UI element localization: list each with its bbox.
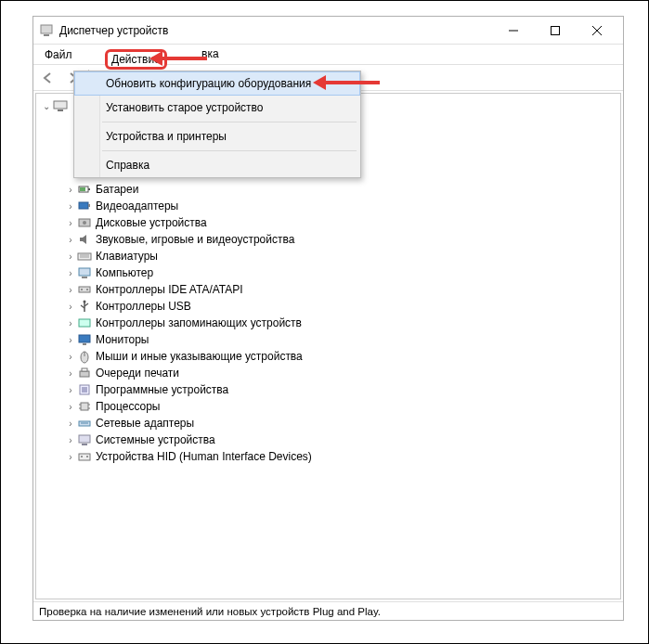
- computer-node-icon: [77, 265, 92, 280]
- svg-rect-41: [79, 435, 90, 443]
- battery-icon: [77, 182, 92, 197]
- mouse-icon: [77, 349, 92, 364]
- expand-icon[interactable]: ›: [64, 285, 77, 295]
- menu-add-legacy[interactable]: Установить старое устройство: [74, 96, 360, 120]
- svg-rect-25: [79, 319, 90, 327]
- svg-rect-43: [79, 454, 90, 460]
- tree-item-label: Сетевые адаптеры: [96, 417, 194, 430]
- tree-item-label: Контроллеры IDE ATA/ATAPI: [96, 283, 243, 296]
- svg-point-14: [83, 221, 86, 225]
- tree-item[interactable]: › Программные устройства: [38, 381, 618, 398]
- tree-item[interactable]: › Батареи: [38, 181, 618, 198]
- menu-item-label: Установить старое устройство: [106, 101, 264, 114]
- tree-item[interactable]: › Контроллеры запоминающих устройств: [38, 315, 618, 331]
- tree-item[interactable]: › Мониторы: [38, 331, 618, 348]
- close-button[interactable]: [576, 18, 617, 44]
- sound-icon: [77, 232, 92, 247]
- svg-point-21: [81, 289, 83, 290]
- disk-icon: [77, 215, 92, 230]
- expand-icon[interactable]: ›: [64, 318, 77, 328]
- tree-item[interactable]: › Контроллеры USB: [38, 298, 618, 315]
- tree-item[interactable]: › Звуковые, игровые и видеоустройства: [38, 231, 618, 248]
- ide-icon: [77, 282, 92, 297]
- monitor-icon: [77, 332, 92, 347]
- tree-item-label: Видеоадаптеры: [96, 200, 178, 213]
- usb-icon: [77, 299, 92, 314]
- storage-controller-icon: [77, 316, 92, 330]
- tree-item-label: Мыши и иные указывающие устройства: [96, 350, 303, 363]
- system-device-icon: [77, 432, 92, 447]
- svg-point-22: [86, 289, 88, 290]
- svg-rect-3: [551, 26, 559, 34]
- svg-rect-42: [82, 444, 87, 445]
- expand-icon[interactable]: ›: [64, 201, 77, 212]
- tree-item[interactable]: › Дисковые устройства: [38, 214, 618, 231]
- tree-item-label: Устройства HID (Human Interface Devices): [96, 450, 312, 463]
- tree-item[interactable]: › Системные устройства: [38, 431, 618, 448]
- expand-icon[interactable]: ›: [64, 402, 77, 412]
- maximize-button[interactable]: [534, 18, 576, 44]
- back-button[interactable]: [37, 68, 59, 88]
- svg-rect-9: [88, 188, 90, 190]
- svg-rect-0: [41, 25, 52, 33]
- status-text: Проверка на наличие изменений или новых …: [39, 606, 381, 617]
- processor-icon: [77, 399, 92, 414]
- menu-file[interactable]: Файл: [37, 46, 80, 63]
- tree-item[interactable]: › Очереди печати: [38, 365, 618, 381]
- expand-icon[interactable]: ›: [64, 368, 77, 379]
- expand-icon[interactable]: ›: [64, 268, 77, 278]
- svg-rect-20: [79, 287, 90, 292]
- menu-help[interactable]: Справка: [74, 153, 360, 177]
- expand-icon[interactable]: ›: [64, 235, 77, 245]
- minimize-button[interactable]: [492, 18, 534, 44]
- tree-item[interactable]: › Сетевые адаптеры: [38, 415, 618, 431]
- expand-icon[interactable]: ›: [64, 452, 77, 462]
- expand-icon[interactable]: ›: [64, 385, 77, 395]
- expand-icon[interactable]: ›: [64, 302, 77, 312]
- svg-point-45: [86, 456, 88, 457]
- expand-icon[interactable]: ›: [64, 435, 77, 445]
- computer-icon: [53, 98, 68, 113]
- tree-item[interactable]: › Процессоры: [38, 398, 618, 415]
- tree-item[interactable]: › Устройства HID (Human Interface Device…: [38, 448, 618, 465]
- menu-item-label: Устройства и принтеры: [106, 130, 227, 143]
- collapse-icon[interactable]: ⌄: [40, 101, 53, 111]
- network-icon: [77, 416, 92, 431]
- software-device-icon: [77, 382, 92, 397]
- tree-item-label: Звуковые, игровые и видеоустройства: [96, 233, 294, 246]
- tree-item-label: Дисковые устройства: [96, 216, 207, 229]
- tree-item-label: Контроллеры запоминающих устройств: [96, 316, 302, 329]
- svg-rect-34: [81, 403, 88, 410]
- tree-item[interactable]: › Мыши и иные указывающие устройства: [38, 348, 618, 365]
- keyboard-icon: [77, 249, 92, 264]
- svg-rect-7: [58, 109, 63, 111]
- svg-rect-10: [80, 187, 85, 191]
- expand-icon[interactable]: ›: [64, 352, 77, 362]
- expand-icon[interactable]: ›: [64, 185, 77, 195]
- tree-item[interactable]: › Компьютер: [38, 264, 618, 281]
- expand-icon[interactable]: ›: [64, 218, 77, 228]
- display-adapter-icon: [77, 199, 92, 213]
- app-icon: [39, 23, 54, 38]
- tree-item-label: Компьютер: [96, 266, 153, 279]
- tree-item-label: Процессоры: [96, 400, 161, 413]
- expand-icon[interactable]: ›: [64, 335, 77, 345]
- expand-icon[interactable]: ›: [64, 251, 77, 262]
- tree-item-label: Очереди печати: [96, 367, 179, 380]
- window-title: Диспетчер устройств: [59, 24, 168, 37]
- tree-item[interactable]: › Видеоадаптеры: [38, 198, 618, 214]
- svg-rect-27: [83, 343, 86, 345]
- tree-item-label: Контроллеры USB: [96, 300, 191, 313]
- svg-rect-26: [79, 335, 90, 342]
- tree-item[interactable]: › Контроллеры IDE ATA/ATAPI: [38, 281, 618, 298]
- svg-rect-11: [79, 202, 88, 209]
- tree-item[interactable]: › Клавиатуры: [38, 248, 618, 264]
- menu-devices-printers[interactable]: Устройства и принтеры: [74, 124, 360, 148]
- tree-item-label: Батареи: [96, 183, 138, 196]
- dropdown-separator: [102, 150, 357, 151]
- hid-icon: [77, 449, 92, 464]
- svg-point-44: [81, 456, 83, 457]
- svg-rect-31: [82, 368, 87, 371]
- expand-icon[interactable]: ›: [64, 419, 77, 429]
- svg-point-24: [84, 301, 86, 303]
